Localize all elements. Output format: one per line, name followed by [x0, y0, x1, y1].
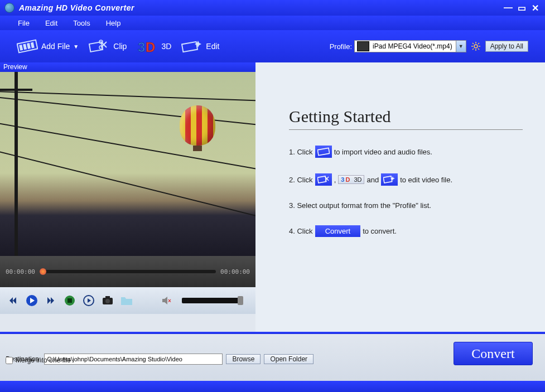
merge-checkbox[interactable]: [6, 357, 13, 364]
add-file-label: Add File: [41, 42, 70, 51]
svg-rect-29: [317, 176, 326, 183]
app-title: Amazing HD Video Converter: [19, 3, 134, 12]
step-1-text-b: to import video and audio files.: [334, 148, 432, 156]
step-2-text-b: to edit video file.: [400, 176, 452, 184]
step-2: 2. Click , 3D 3D and to edit video file.: [289, 173, 523, 186]
step-button[interactable]: [81, 293, 96, 308]
time-current: 00:00:00: [6, 268, 35, 275]
svg-line-17: [478, 49, 479, 50]
profile-label: Profile:: [330, 42, 352, 51]
clip-label: Clip: [113, 42, 127, 51]
step-3: 3. Select output format from the "Profil…: [289, 201, 523, 210]
add-file-dropdown-icon: ▼: [73, 43, 79, 50]
chevron-down-icon[interactable]: ▼: [456, 41, 466, 52]
3d-icon: 3D: [137, 37, 158, 55]
profile-value: iPad MPEG4 Video(*.mp4): [372, 42, 456, 50]
svg-line-18: [472, 49, 474, 50]
step-2-and: and: [366, 176, 379, 184]
close-button[interactable]: ✕: [529, 3, 541, 13]
edit-inline-icon: [381, 173, 398, 186]
film-sparkle-icon: [181, 37, 202, 55]
maximize-button[interactable]: ▭: [516, 3, 527, 13]
settings-gear-icon[interactable]: [471, 41, 481, 51]
apply-to-all-button[interactable]: Apply to All: [485, 41, 528, 52]
timeline-bar[interactable]: 00:00:00 00:00:00: [0, 256, 255, 287]
convert-inline-badge: Convert: [315, 225, 361, 237]
3d-inline-badge: 3D 3D: [338, 175, 364, 184]
folder-button[interactable]: [119, 293, 134, 308]
menu-edit[interactable]: Edit: [45, 19, 57, 27]
svg-rect-4: [31, 42, 35, 49]
balloon-graphic: [180, 105, 215, 146]
svg-rect-2: [23, 44, 27, 50]
profile-select[interactable]: iPad MPEG4 Video(*.mp4) ▼: [354, 40, 466, 52]
open-folder-button[interactable]: Open Folder: [264, 354, 314, 364]
svg-rect-1: [19, 45, 23, 51]
volume-handle[interactable]: [238, 296, 243, 305]
forward-button[interactable]: [44, 293, 58, 308]
svg-text:3: 3: [138, 40, 145, 55]
getting-started-title: Getting Started: [289, 107, 523, 130]
step-4: 4. Click Convert to convert.: [289, 225, 523, 237]
step-2-comma: ,: [334, 176, 336, 184]
clip-inline-icon: [315, 173, 332, 186]
edit-label: Edit: [206, 42, 219, 51]
profile-thumb-icon: [357, 41, 369, 51]
step-4-text-a: 4. Click: [289, 227, 313, 235]
video-preview: [0, 72, 255, 256]
convert-button[interactable]: Convert: [454, 342, 533, 365]
svg-rect-30: [383, 176, 392, 183]
step-2-text-a: 2. Click: [289, 176, 313, 184]
time-total: 00:00:00: [220, 268, 250, 275]
svg-point-11: [474, 45, 478, 48]
seek-handle[interactable]: [40, 268, 46, 275]
svg-point-25: [105, 299, 110, 303]
edit-button[interactable]: Edit: [181, 37, 219, 55]
snapshot-button[interactable]: [100, 293, 115, 308]
svg-rect-3: [27, 43, 31, 49]
rewind-button[interactable]: [6, 293, 20, 308]
svg-line-19: [478, 43, 479, 44]
clip-button[interactable]: Clip: [89, 37, 127, 55]
menu-file[interactable]: File: [18, 19, 30, 27]
stop-button[interactable]: [62, 293, 77, 308]
add-file-inline-icon: [315, 146, 332, 158]
play-button[interactable]: [25, 293, 39, 308]
3d-button[interactable]: 3D 3D: [137, 37, 171, 55]
add-file-button[interactable]: Add File ▼: [17, 37, 79, 55]
browse-button[interactable]: Browse: [226, 354, 261, 364]
volume-slider[interactable]: [182, 298, 243, 303]
merge-label: Merge into one file: [16, 356, 71, 364]
3d-label: 3D: [161, 42, 171, 51]
svg-rect-26: [105, 296, 110, 298]
step-4-text-b: to convert.: [363, 227, 397, 235]
preview-label: Preview: [0, 62, 255, 72]
menu-help[interactable]: Help: [106, 19, 121, 27]
svg-rect-28: [317, 148, 329, 155]
film-reel-icon: [17, 37, 38, 55]
destination-input[interactable]: [44, 354, 223, 365]
step-1: 1. Click to import video and audio files…: [289, 146, 523, 158]
scissors-film-icon: [89, 37, 110, 55]
svg-rect-10: [182, 42, 197, 52]
step-1-text-a: 1. Click: [289, 148, 313, 156]
app-logo-icon: [4, 3, 15, 13]
menu-tools[interactable]: Tools: [73, 19, 90, 27]
svg-text:D: D: [146, 40, 155, 55]
mute-button[interactable]: ×: [160, 293, 174, 308]
minimize-button[interactable]: —: [503, 3, 514, 13]
svg-text:×: ×: [168, 298, 171, 304]
svg-line-16: [472, 43, 474, 44]
seek-track[interactable]: [40, 270, 216, 273]
svg-rect-22: [67, 298, 72, 303]
